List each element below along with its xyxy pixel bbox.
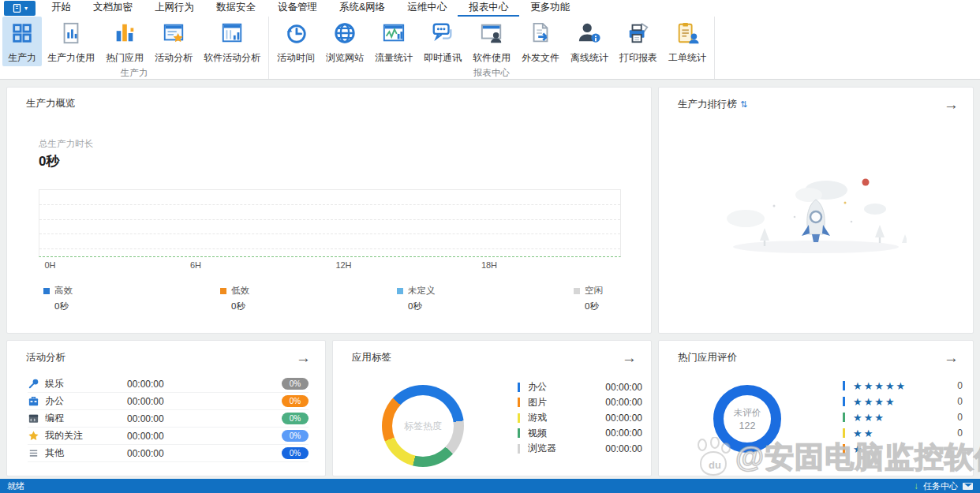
activity-label: 娱乐 — [45, 377, 127, 390]
chart-gridline — [39, 233, 620, 234]
ribbon-button-label: 活动时间 — [277, 51, 315, 65]
legend-swatch — [574, 288, 580, 294]
activity-row-其他[interactable]: 其他00:00:000% — [28, 445, 309, 462]
tag-legend-row-浏览器[interactable]: 浏览器00:00:00 — [518, 441, 642, 457]
ribbon-button-工单统计[interactable]: 工单统计 — [663, 17, 712, 66]
panel-title: 热门应用评价 — [678, 351, 737, 364]
grid-icon — [10, 21, 34, 47]
ribbon-button-label: 离线统计 — [570, 51, 608, 65]
legend-swatch — [43, 288, 50, 294]
doc-star-icon — [162, 21, 185, 47]
ribbon: 生产力生产力使用热门应用活动分析软件活动分析生产力活动时间浏览网站流量统计即时通… — [0, 17, 980, 80]
panel-title: 生产力排行榜 — [678, 98, 737, 111]
activity-time: 00:00:00 — [127, 396, 164, 407]
panel-app-tags: 应用标签 → 标签热度 办公00:00:00图片00:00:00游戏00:00:… — [332, 340, 652, 476]
tag-legend-row-办公[interactable]: 办公00:00:00 — [518, 379, 642, 395]
legend-value: 0秒 — [585, 301, 618, 312]
tab-文档加密[interactable]: 文档加密 — [82, 0, 144, 17]
code-window-icon — [28, 413, 39, 424]
tag-legend-row-图片[interactable]: 图片00:00:00 — [518, 395, 642, 411]
activity-percent-badge: 0% — [282, 395, 309, 407]
x-tick-label: 6H — [190, 260, 201, 270]
activity-percent-badge: 0% — [282, 447, 309, 459]
star-icons: ★★★★ — [853, 396, 896, 408]
rating-row-5-star[interactable]: ★★★★★0 — [843, 378, 963, 394]
menu-icon — [28, 447, 39, 459]
sort-icon[interactable]: ⇅ — [740, 99, 747, 110]
open-detail-arrow-icon[interactable]: → — [296, 350, 311, 365]
rating-count: 0 — [957, 396, 963, 407]
rating-row-4-star[interactable]: ★★★★0 — [843, 394, 963, 409]
tab-报表中心[interactable]: 报表中心 — [458, 0, 519, 17]
ribbon-button-离线统计[interactable]: 离线统计 — [565, 17, 614, 66]
ribbon-button-活动分析[interactable]: 活动分析 — [149, 17, 198, 66]
ribbon-group-label: 报表中心 — [271, 66, 712, 82]
activity-row-娱乐[interactable]: 娱乐00:00:000% — [28, 375, 309, 393]
open-detail-arrow-icon[interactable]: → — [944, 350, 959, 365]
legend-label: 未定义 — [408, 285, 436, 297]
clipboard-user-icon — [675, 21, 699, 47]
open-detail-arrow-icon[interactable]: → — [622, 350, 637, 365]
tag-legend-row-视频[interactable]: 视频00:00:00 — [518, 426, 642, 442]
tab-上网行为[interactable]: 上网行为 — [144, 0, 205, 17]
ribbon-button-浏览网站[interactable]: 浏览网站 — [320, 17, 369, 66]
tab-数据安全[interactable]: 数据安全 — [205, 0, 267, 17]
open-detail-arrow-icon[interactable]: → — [944, 97, 959, 112]
rating-count: 0 — [957, 428, 963, 439]
legend-item-未定义: 未定义0秒 — [397, 285, 441, 312]
tab-设备管理[interactable]: 设备管理 — [267, 0, 328, 17]
ribbon-button-打印报表[interactable]: 打印报表 — [614, 17, 663, 66]
ribbon-button-活动时间[interactable]: 活动时间 — [271, 17, 320, 66]
chevron-down-icon: ▾ — [24, 6, 28, 12]
unrated-label: 未评价 — [734, 407, 761, 419]
panel-app-ratings: 热门应用评价 → 未评价 122 ★★★★★0★★★★0★★★0★★0★ — [658, 340, 974, 476]
message-icon[interactable] — [963, 483, 973, 490]
ribbon-button-软件活动分析[interactable]: 软件活动分析 — [198, 17, 266, 66]
clock-history-icon — [284, 21, 308, 47]
legend-tick — [518, 428, 520, 438]
rating-row-1-star[interactable]: ★ — [843, 441, 963, 457]
ribbon-button-生产力[interactable]: 生产力 — [2, 17, 42, 66]
star-icon — [28, 430, 39, 442]
rating-row-3-star[interactable]: ★★★0 — [843, 409, 963, 425]
ribbon-button-label: 工单统计 — [668, 51, 706, 65]
activity-row-办公[interactable]: 办公00:00:000% — [28, 393, 309, 410]
legend-value: 0秒 — [231, 301, 264, 312]
activity-row-我的关注[interactable]: 我的关注00:00:000% — [28, 428, 309, 445]
tag-label: 图片 — [528, 396, 547, 409]
line-chart-icon — [382, 21, 406, 47]
rating-row-2-star[interactable]: ★★0 — [843, 425, 963, 441]
doc-bars-icon — [59, 21, 83, 47]
star-icons: ★ — [853, 443, 864, 455]
tab-更多功能[interactable]: 更多功能 — [519, 0, 581, 17]
tag-label: 游戏 — [528, 411, 547, 424]
ribbon-button-软件使用[interactable]: 软件使用 — [467, 17, 516, 66]
tab-系统&网络[interactable]: 系统&网络 — [328, 0, 396, 17]
tag-time: 00:00:00 — [605, 413, 642, 424]
tag-legend-row-游戏[interactable]: 游戏00:00:00 — [518, 410, 642, 426]
ribbon-button-label: 流量统计 — [375, 51, 413, 65]
ribbon-button-热门应用[interactable]: 热门应用 — [100, 17, 149, 66]
legend-value: 0秒 — [54, 301, 88, 312]
activity-row-编程[interactable]: 编程00:00:000% — [28, 410, 309, 428]
ribbon-button-流量统计[interactable]: 流量统计 — [369, 17, 418, 66]
productivity-time-chart — [39, 189, 621, 257]
window-user-icon — [480, 21, 503, 47]
bars-icon — [113, 21, 137, 47]
ribbon-button-生产力使用[interactable]: 生产力使用 — [42, 17, 100, 66]
panel-title: 生产力概览 — [26, 97, 76, 110]
ribbon-button-即时通讯[interactable]: 即时通讯 — [418, 17, 467, 66]
legend-tick — [843, 381, 845, 390]
legend-value: 0秒 — [408, 301, 441, 312]
legend-item-高效: 高效0秒 — [43, 285, 88, 312]
legend-tick — [843, 428, 845, 438]
ribbon-button-外发文件[interactable]: 外发文件 — [516, 17, 565, 66]
tab-开始[interactable]: 开始 — [40, 0, 82, 17]
tab-运维中心[interactable]: 运维中心 — [396, 0, 458, 17]
panel-title: 活动分析 — [26, 351, 65, 364]
legend-tick — [518, 413, 520, 423]
app-menu-button[interactable]: ▾ — [4, 1, 36, 16]
task-center-button[interactable]: 任务中心 — [923, 480, 958, 492]
doc-export-icon — [529, 21, 552, 47]
activity-time: 00:00:00 — [127, 431, 164, 442]
